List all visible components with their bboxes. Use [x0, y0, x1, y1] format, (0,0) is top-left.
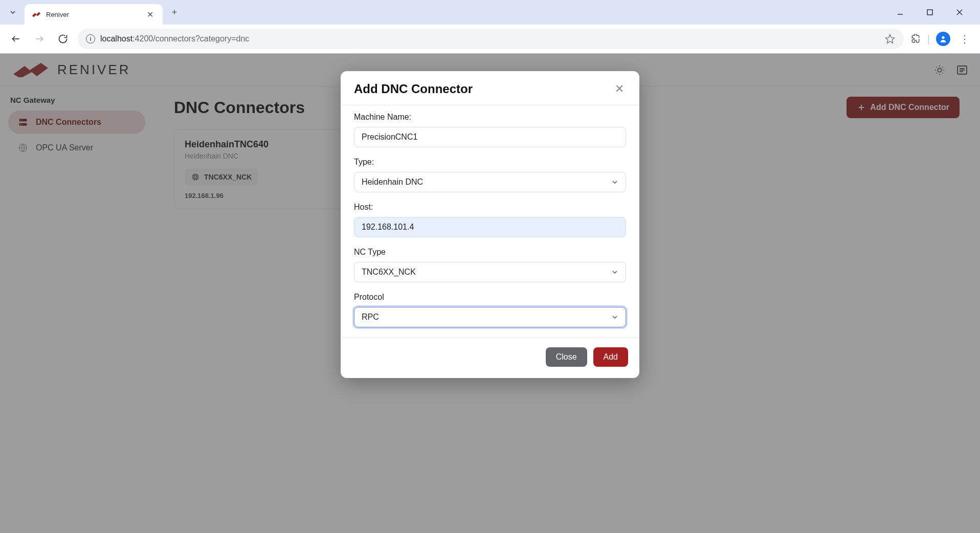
toolbar-divider: | — [927, 33, 930, 45]
address-bar[interactable]: i localhost:4200/connectors?category=dnc — [78, 29, 904, 49]
type-select[interactable]: Heidenhain DNC — [354, 172, 626, 192]
machine-name-input[interactable] — [354, 127, 626, 147]
app-root: RENIVER NC Gateway DNC Connectors OPC UA… — [0, 54, 980, 533]
browser-menu-button[interactable]: ⋮ — [956, 33, 973, 45]
modal-body: Machine Name: Type: Heidenhain DNC Host:… — [341, 105, 639, 338]
bookmark-star-icon[interactable] — [884, 33, 896, 45]
modal-close-button[interactable]: Close — [546, 347, 587, 367]
site-info-icon[interactable]: i — [86, 34, 95, 43]
window-controls — [890, 5, 976, 20]
nav-reload-button[interactable] — [54, 30, 72, 48]
nc-type-select[interactable]: TNC6XX_NCK — [354, 262, 626, 282]
browser-tabs-bar: Reniver ✕ + — [0, 0, 980, 25]
protocol-select[interactable]: RPC — [354, 307, 626, 327]
tab-title: Reniver — [46, 11, 140, 18]
nav-back-button[interactable] — [7, 30, 25, 48]
new-tab-button[interactable]: + — [167, 5, 182, 20]
host-input[interactable] — [354, 217, 626, 237]
protocol-label: Protocol — [354, 293, 626, 302]
window-minimize-button[interactable] — [890, 5, 910, 20]
extensions-icon[interactable] — [910, 33, 921, 45]
host-label: Host: — [354, 203, 626, 212]
address-text: localhost:4200/connectors?category=dnc — [100, 34, 879, 43]
svg-rect-1 — [927, 10, 932, 15]
browser-chrome: Reniver ✕ + i localhost:4200/connectors?… — [0, 0, 980, 54]
profile-avatar-icon[interactable] — [936, 32, 950, 46]
tab-favicon-icon — [32, 11, 41, 18]
browser-tab[interactable]: Reniver ✕ — [25, 4, 163, 25]
modal-overlay[interactable]: Add DNC Connector ✕ Machine Name: Type: … — [0, 54, 980, 533]
tabs-dropdown-button[interactable] — [4, 4, 21, 21]
type-label: Type: — [354, 158, 626, 167]
modal-add-button[interactable]: Add — [593, 347, 628, 367]
add-connector-modal: Add DNC Connector ✕ Machine Name: Type: … — [341, 71, 639, 378]
modal-title: Add DNC Connector — [354, 82, 473, 96]
window-maximize-button[interactable] — [920, 5, 940, 20]
browser-toolbar: i localhost:4200/connectors?category=dnc… — [0, 25, 980, 53]
svg-marker-6 — [885, 35, 894, 43]
svg-point-7 — [942, 36, 944, 39]
window-close-button[interactable] — [949, 5, 970, 20]
machine-name-label: Machine Name: — [354, 113, 626, 122]
tab-close-icon[interactable]: ✕ — [145, 9, 155, 20]
modal-close-icon[interactable]: ✕ — [613, 80, 626, 98]
nav-forward-button[interactable] — [31, 30, 48, 48]
nc-type-label: NC Type — [354, 248, 626, 257]
